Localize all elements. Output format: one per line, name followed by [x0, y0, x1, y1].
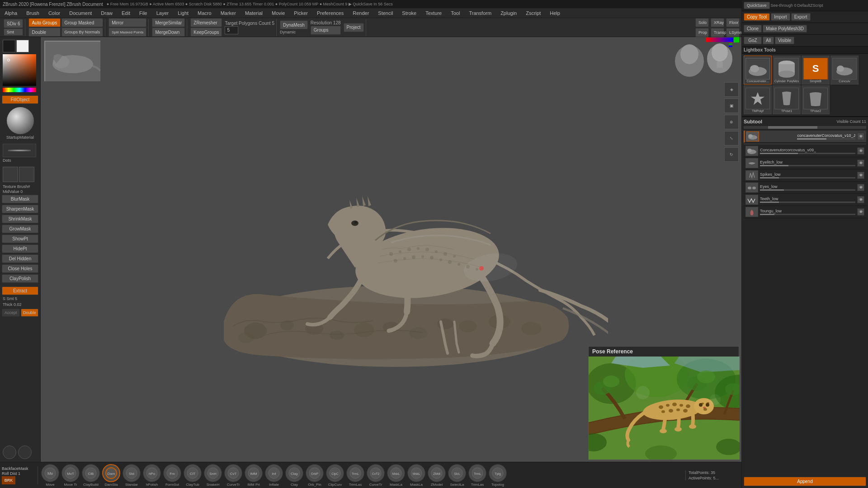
grow-mask-button[interactable]: GrowMask: [2, 225, 38, 233]
project-button[interactable]: Project: [344, 23, 364, 32]
move-icon[interactable]: ⊕: [724, 115, 739, 129]
double-button2[interactable]: Double: [21, 309, 39, 317]
subtool-slider-3[interactable]: [760, 165, 855, 166]
split-masked-button[interactable]: Split Masked Points: [108, 28, 146, 37]
copy-tool-button[interactable]: Copy Tool: [744, 13, 770, 21]
subtool-eye-4[interactable]: 👁: [857, 172, 864, 179]
brush-trimlas[interactable]: TrmL TrimLas: [345, 464, 365, 487]
goz-button[interactable]: GoZ: [744, 37, 762, 44]
brush-selectla[interactable]: SlcL SelectLa: [447, 464, 467, 487]
export-button[interactable]: Export: [791, 13, 811, 21]
thumbnail[interactable]: [44, 41, 100, 81]
background-color[interactable]: [16, 40, 29, 52]
material-sphere[interactable]: [7, 107, 34, 134]
brush-clipcurv[interactable]: ClpC ClipCurv: [325, 464, 345, 487]
menu-brush[interactable]: Brush: [24, 9, 41, 17]
shrink-mask-button[interactable]: ShrinkMask: [2, 215, 38, 223]
dynamesh-button[interactable]: DynaMesh: [280, 20, 308, 29]
zremesher-button[interactable]: ZRemesher: [190, 18, 222, 27]
subtool-slider-5[interactable]: [760, 189, 855, 191]
subtool-eye-6[interactable]: 👁: [857, 196, 864, 203]
double-button[interactable]: Double: [28, 28, 60, 37]
brush-formsol[interactable]: Fm FormSol: [162, 464, 182, 487]
stroke-preview[interactable]: [3, 144, 36, 157]
menu-alpha[interactable]: Alpha: [3, 9, 19, 17]
menu-edit[interactable]: Edit: [120, 9, 132, 17]
subtool-eye-3[interactable]: 👁: [857, 160, 864, 167]
tool-concavenator[interactable]: Concavenater...: [744, 56, 772, 84]
menu-texture[interactable]: Texture: [424, 9, 443, 17]
menu-picker[interactable]: Picker: [292, 9, 310, 17]
xray-button[interactable]: XRay: [711, 18, 724, 27]
accept-button[interactable]: Accept: [2, 309, 20, 317]
brush-move[interactable]: Mv Move: [40, 464, 60, 487]
draw-mode-icon[interactable]: ◈: [724, 82, 739, 97]
solo-button[interactable]: Solo: [695, 18, 709, 27]
menu-color[interactable]: Color: [47, 9, 62, 17]
subtool-item-5[interactable]: Eyes_low 👁: [744, 182, 866, 194]
quicksave-button[interactable]: QuickSave: [744, 2, 770, 9]
subtool-item-3[interactable]: Eyelitch_low 👁: [744, 157, 866, 169]
smt-button[interactable]: Smt: [4, 28, 23, 36]
blur-mask-button[interactable]: BlurMask: [2, 195, 38, 203]
tool-concuiv[interactable]: Concuiv: [830, 56, 859, 84]
tool-tpose1[interactable]: TPose1: [773, 85, 801, 114]
brush-maskla[interactable]: MskL MaskLa: [386, 464, 406, 487]
make-polymesh-button[interactable]: Make PolyMesh3D: [763, 25, 807, 33]
menu-stencil[interactable]: Stencil: [376, 9, 395, 17]
brush-hpolish[interactable]: hPo hPolish: [142, 464, 162, 487]
preview-flat-icon[interactable]: [18, 446, 32, 459]
menu-movie[interactable]: Movie: [270, 9, 287, 17]
menu-macro[interactable]: Macro: [196, 9, 213, 17]
brush-snakeh[interactable]: SnH SnakeH: [203, 464, 223, 487]
append-button[interactable]: Append: [744, 477, 866, 486]
menu-tool[interactable]: Tool: [449, 9, 462, 17]
foreground-color[interactable]: [3, 40, 15, 52]
brush-dam-sta[interactable]: Dam DamSta: [101, 464, 121, 487]
mirror-button[interactable]: Mirror: [108, 18, 146, 27]
floor-button[interactable]: Floor: [726, 18, 740, 27]
subtool-item-2[interactable]: Concavenutorcorcovatus_v09_ 👁: [744, 145, 866, 157]
subtool-item-1[interactable]: concavenuterCorcovatus_v10_J 👁: [744, 131, 866, 143]
menu-layer[interactable]: Layer: [155, 9, 171, 17]
sharpen-mask-button[interactable]: SharpenMask: [2, 205, 38, 213]
select-icon[interactable]: ▣: [724, 99, 739, 113]
fill-object-button[interactable]: FillObject: [2, 95, 38, 104]
keep-groups-button[interactable]: KeepGroups: [190, 28, 222, 37]
subtool-slider-1[interactable]: [797, 138, 855, 140]
scale-icon[interactable]: ⤡: [724, 131, 739, 145]
pose-reference-window[interactable]: Pose Reference: [588, 346, 739, 460]
subtool-slider-6[interactable]: [760, 202, 855, 203]
brk-button[interactable]: BRK: [2, 476, 15, 484]
menu-document[interactable]: Document: [67, 9, 94, 17]
subtool-eye-1[interactable]: 👁: [857, 133, 864, 140]
subtool-item-7[interactable]: Toungu_low 👁: [744, 206, 866, 218]
menu-light[interactable]: Light: [176, 9, 190, 17]
subtool-eye-7[interactable]: 👁: [857, 208, 864, 216]
brush-curvetr2[interactable]: CvT2 CurveTr: [366, 464, 386, 487]
brush-clay-build[interactable]: ClB ClayBuild: [81, 464, 101, 487]
hide-pt-button[interactable]: HidePt: [2, 244, 38, 253]
group-masked-button[interactable]: Group Masked: [61, 18, 104, 27]
tool-cylinder[interactable]: Cylinder PolyMes: [773, 56, 801, 84]
auto-groups-button[interactable]: Auto Groups: [28, 18, 60, 27]
subtool-eye-5[interactable]: 👁: [857, 184, 864, 191]
brush-standard[interactable]: Std Standar: [122, 464, 142, 487]
brush-maskla2[interactable]: MskL MaskLa: [406, 464, 426, 487]
subtool-item-6[interactable]: Teeth_low 👁: [744, 194, 866, 206]
subtool-scroll-slider[interactable]: [744, 126, 866, 129]
subtool-item-4[interactable]: Spikes_low 👁: [744, 169, 866, 182]
brush-claytub[interactable]: ClT ClayTub: [183, 464, 203, 487]
show-pt-button[interactable]: ShowPt: [2, 235, 38, 243]
tool-simple-brush[interactable]: S SimpleB: [802, 56, 830, 84]
prop-button[interactable]: Prop: [695, 28, 709, 37]
brush-move-tr[interactable]: MvT Move Tr: [61, 464, 80, 487]
brush-inflate[interactable]: Inf Inflate: [264, 464, 284, 487]
subtool-slider-2[interactable]: [760, 153, 855, 154]
all-button[interactable]: All: [763, 37, 774, 44]
preview-sphere-icon[interactable]: [3, 446, 16, 459]
menu-draw[interactable]: Draw: [99, 9, 114, 17]
brush-trimlas2[interactable]: TrmL TrimLas: [467, 464, 487, 487]
clay-polish-button[interactable]: ClayPolish: [2, 274, 38, 283]
del-hidden-button[interactable]: Del Hidden: [2, 254, 38, 263]
